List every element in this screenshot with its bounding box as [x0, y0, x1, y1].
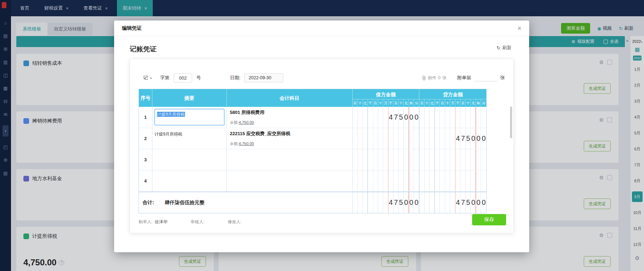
digit-col-label: 百 — [440, 99, 445, 107]
header-account: 会计科目 — [227, 89, 353, 107]
refresh-icon: ↻ — [497, 45, 500, 51]
header-debit-group: 借方金额 百十亿千百十万千百十元角分 — [353, 89, 420, 107]
account-cell[interactable]: 5801 所得税费用余额:4,750.00 — [227, 107, 353, 128]
voucher-body: 1计提9月所得税5801 所得税费用余额:4,750.004750002计提9月… — [139, 107, 486, 213]
voucher-title: 记账凭证 — [130, 45, 529, 54]
date-input[interactable] — [244, 73, 283, 82]
balance-value: 4,750.00 — [239, 120, 254, 125]
digit-col-label: 百 — [353, 99, 358, 107]
header-seq: 序号 — [139, 89, 152, 107]
paperclip-icon — [422, 75, 426, 80]
receipt-label: 附单据 — [457, 75, 471, 81]
digit-col-label: 百 — [419, 99, 425, 107]
digit-col-label: 千 — [368, 99, 373, 107]
digit-col-label: 万 — [450, 99, 455, 107]
voucher-number-input[interactable] — [174, 73, 192, 82]
close-icon[interactable]: × — [517, 25, 521, 31]
debit-amount-cell[interactable] — [353, 128, 420, 149]
digit-col-label: 十 — [378, 99, 383, 107]
row-seq: 2 — [139, 128, 152, 149]
account-balance: 余额:4,750.00 — [230, 120, 349, 125]
voucher-total-row: 合计:肆仟柒佰伍拾元整475000475000 — [139, 192, 486, 213]
debit-amount-cell[interactable]: 475000 — [353, 107, 420, 128]
debit-amount-cell[interactable] — [353, 149, 420, 170]
modifier-label: 修改人: — [228, 219, 241, 224]
digit-col-label: 元 — [471, 99, 476, 107]
credit-amount-cell[interactable]: 475000 — [419, 192, 486, 213]
balance-label: 余额: — [230, 120, 239, 125]
voucher-refresh-button[interactable]: ↻ 刷新 — [497, 45, 511, 51]
attachment-label: 附件 — [428, 75, 436, 81]
total-amount-chinese: 肆仟柒佰伍拾元整 — [165, 200, 205, 206]
app-root: ⌂▤⊞▥◫▦⊟✉‹◰⚙▧ 首页财税设置×查看凭证×期末结转× 系统模板自定义结转… — [0, 0, 644, 271]
header-debit: 借方金额 — [353, 89, 419, 99]
debit-digit-header: 百十亿千百十万千百十元角分 — [353, 99, 419, 107]
attachment-group: 附件 0 张 附单据 张 — [422, 74, 505, 81]
digit-col-label: 千 — [435, 99, 440, 107]
digit-col-label: 千 — [388, 99, 393, 107]
voucher-row: 1计提9月所得税5801 所得税费用余额:4,750.00475000 — [139, 107, 486, 128]
zi-label: 字第 — [160, 75, 169, 81]
digit-col-label: 亿 — [430, 99, 435, 107]
digit-col-label: 十 — [425, 99, 430, 107]
credit-amount-cell[interactable]: 475000 — [419, 128, 486, 149]
account-cell[interactable] — [227, 171, 353, 191]
digit-col-label: 角 — [476, 99, 481, 107]
header-credit: 贷方金额 — [419, 89, 486, 99]
total-label: 合计: — [142, 200, 154, 206]
header-summary: 摘要 — [152, 89, 227, 107]
digit-col-label: 元 — [404, 99, 409, 107]
row-seq: 1 — [139, 107, 152, 128]
save-button[interactable]: 保存 — [472, 214, 506, 225]
digit-col-label: 亿 — [363, 99, 368, 107]
date-label: 日期: — [230, 75, 241, 81]
digit-col-label: 十 — [358, 99, 363, 107]
account-cell[interactable]: 222115 应交税费_应交所得税余额:4,750.00 — [227, 128, 353, 149]
summary-cell[interactable] — [152, 171, 227, 191]
digit-col-label: 百 — [460, 99, 466, 107]
debit-amount-cell[interactable] — [353, 171, 420, 191]
digit-col-label: 十 — [399, 99, 404, 107]
selected-text: 计提9月所得税 — [157, 112, 185, 117]
reviewer-label: 审核人: — [191, 219, 205, 224]
credit-digit-header: 百十亿千百十万千百十元角分 — [419, 99, 486, 107]
summary-cell[interactable] — [152, 149, 227, 170]
voucher-scrollbar[interactable] — [510, 106, 512, 138]
digit-col-label: 十 — [466, 99, 471, 107]
summary-cell[interactable]: 计提9月所得税 — [152, 128, 227, 149]
debit-amount-cell[interactable]: 475000 — [353, 192, 420, 213]
voucher-word: 记 — [143, 75, 148, 80]
digit-col-label: 十 — [445, 99, 450, 107]
credit-amount-cell[interactable] — [419, 107, 486, 128]
voucher-footer: 制单人:徐泽华 审核人: 修改人: — [139, 219, 505, 225]
credit-amount-cell[interactable] — [419, 149, 486, 170]
balance-label: 余额: — [230, 142, 239, 146]
attachment-count: 0 — [438, 75, 441, 80]
voucher-table-header: 序号 摘要 会计科目 借方金额 百十亿千百十万千百十元角分 贷方金额 百十亿千百… — [139, 89, 486, 107]
chevron-down-icon: ▼ — [150, 77, 152, 80]
total-label-cell: 合计:肆仟柒佰伍拾元整 — [139, 192, 353, 213]
digit-col-label: 万 — [383, 99, 388, 107]
summary-input[interactable]: 计提9月所得税 — [155, 109, 224, 125]
voucher-row: 4 — [139, 171, 486, 192]
attachment-info[interactable]: 附件 0 张 — [422, 75, 447, 81]
hao-label: 号 — [196, 75, 201, 81]
voucher-form-row: 记▼ 字第 号 日期: 附件 0 张 附单据 张 — [139, 73, 505, 82]
edit-voucher-modal: 编辑凭证 × 记账凭证 ↻ 刷新 记▼ 字第 号 日期: 附件 0 — [114, 21, 529, 252]
account-name: 5801 所得税费用 — [230, 109, 349, 116]
credit-amount-cell[interactable] — [419, 171, 486, 191]
digit-col-label: 百 — [373, 99, 378, 107]
receipt-unit: 张 — [500, 75, 505, 81]
voucher-word-select[interactable]: 记▼ — [143, 75, 152, 81]
attachment-unit: 张 — [442, 75, 447, 81]
digit-col-label: 百 — [393, 99, 398, 107]
maker-label: 制单人: — [139, 219, 152, 224]
account-name: 222115 应交税费_应交所得税 — [230, 131, 349, 137]
digit-col-label: 千 — [455, 99, 461, 107]
account-cell[interactable] — [227, 149, 353, 170]
voucher-refresh-label: 刷新 — [502, 45, 511, 51]
receipt-count-input[interactable] — [475, 74, 497, 81]
digit-col-label: 分 — [414, 99, 419, 107]
summary-cell[interactable]: 计提9月所得税 — [152, 107, 227, 128]
voucher-row: 2计提9月所得税222115 应交税费_应交所得税余额:4,750.004750… — [139, 128, 486, 149]
